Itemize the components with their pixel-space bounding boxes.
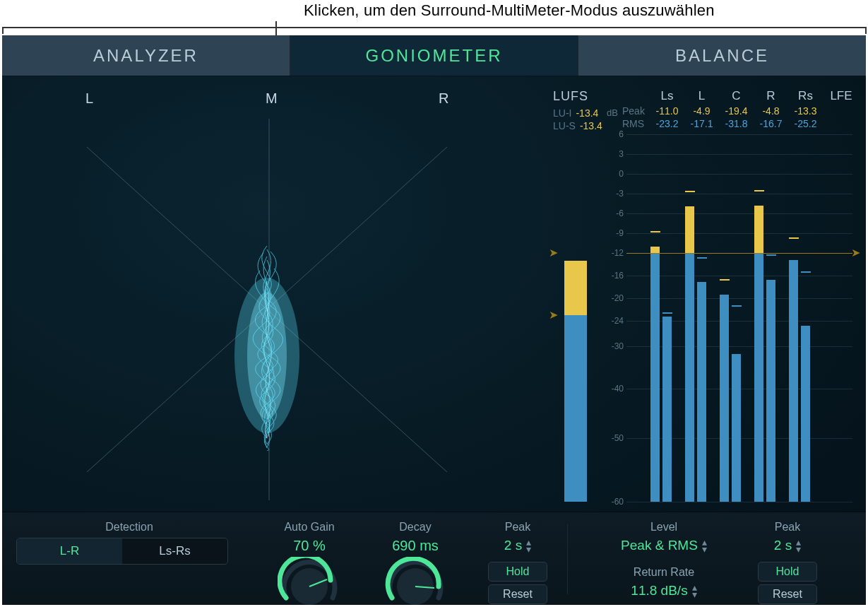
main-display: L M R	[2, 76, 866, 512]
callout-leader	[275, 21, 277, 35]
lufs-readout: LUFS LU-I-13.4 LU-S-13.4	[553, 89, 602, 132]
callout-text: Klicken, um den Surround-MultiMeter-Modu…	[304, 1, 715, 20]
stepper-icon: ▴▾	[692, 584, 697, 598]
knob-icon	[384, 557, 447, 605]
level-meter-panel: LUFS LU-I-13.4 LU-S-13.4 dB Peak RMS Ls …	[546, 76, 866, 512]
target-line	[626, 253, 852, 254]
channel-values: -11.0 -4.9 -19.4 -4.8 -13.3 -23.2 -17.1 …	[650, 105, 860, 130]
detection-lr[interactable]: L-R	[17, 538, 122, 564]
bottom-controls: Detection L-R Ls-Rs Auto Gain 70 % Decay…	[2, 512, 866, 605]
lufs-title: LUFS	[553, 89, 602, 104]
detection-title: Detection	[16, 521, 242, 534]
callout-span	[2, 27, 866, 28]
target-marker-icon: ➤	[549, 246, 561, 259]
peak-right-value[interactable]: 2 s ▴▾	[774, 538, 801, 553]
mode-tabs: ANALYZER GONIOMETER BALANCE	[2, 35, 866, 76]
lufs-marker-icon: ➤	[549, 308, 561, 322]
peak-left-hold[interactable]: Hold	[488, 562, 547, 582]
detection-segmented: L-R Ls-Rs	[16, 538, 228, 565]
stepper-icon: ▴▾	[702, 538, 707, 553]
lufs-lus-value: -13.4	[580, 119, 602, 132]
detection-lsrs[interactable]: Ls-Rs	[122, 538, 227, 564]
decay-value: 690 ms	[376, 538, 454, 554]
meter-bars	[626, 134, 852, 502]
autogain-value: 70 %	[270, 538, 348, 554]
return-rate-value[interactable]: 11.8 dB/s ▴▾	[631, 583, 696, 599]
target-marker-icon: ➤	[851, 246, 864, 259]
tab-analyzer[interactable]: ANALYZER	[2, 35, 290, 76]
peak-left-value[interactable]: 2 s ▴▾	[504, 538, 531, 553]
tab-goniometer[interactable]: GONIOMETER	[290, 35, 578, 76]
knob-icon	[278, 557, 341, 605]
lufs-lui-value: -13.4	[576, 107, 598, 119]
peak-rms-labels: Peak RMS	[622, 105, 645, 130]
decay-control[interactable]: Decay 690 ms 10 1000	[362, 512, 468, 605]
db-label: dB	[607, 107, 618, 118]
goniometer-display: L M R	[2, 76, 546, 512]
autogain-control[interactable]: Auto Gain 70 %	[256, 512, 362, 605]
stepper-icon: ▴▾	[526, 538, 531, 553]
goniometer-grid	[2, 76, 546, 512]
peak-right-reset[interactable]: Reset	[758, 584, 817, 604]
peak-left-reset[interactable]: Reset	[488, 584, 547, 604]
stepper-icon: ▴▾	[796, 538, 801, 553]
level-value[interactable]: Peak & RMS ▴▾	[621, 538, 707, 553]
multimeter-plugin: ANALYZER GONIOMETER BALANCE L M R	[2, 35, 866, 605]
tab-balance[interactable]: BALANCE	[578, 35, 866, 76]
channel-headers: Ls L C R Rs LFE	[650, 89, 860, 103]
peak-right-hold[interactable]: Hold	[758, 562, 817, 582]
